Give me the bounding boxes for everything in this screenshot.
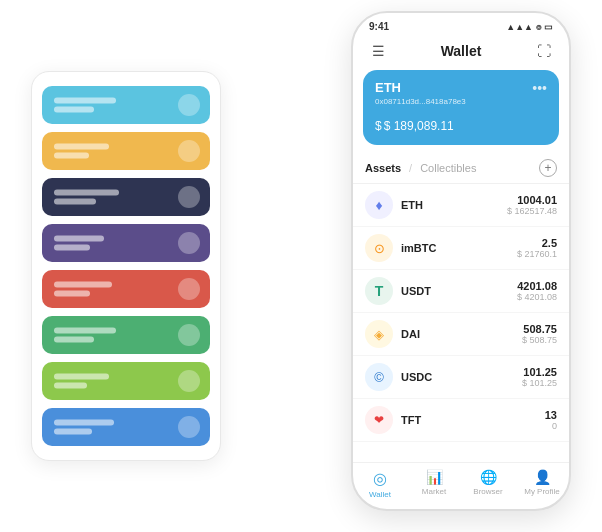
eth-card-address: 0x08711d3d...8418a78e3 [375,97,547,106]
currency-symbol: $ [375,119,382,133]
wallet-nav-label: Wallet [369,490,391,499]
tab-group: Assets / Collectibles [365,162,476,174]
card-icon [178,324,200,346]
scene: 9:41 ▲▲▲ ⌾ ▭ ☰ Wallet ⛶ ••• ETH 0x08711d… [21,11,581,521]
dai-amount: 508.75 [522,323,557,335]
asset-name-dai: DAI [401,328,522,340]
tft-icon: ❤ [365,406,393,434]
asset-name-usdc: USDC [401,371,522,383]
dai-icon: ◈ [365,320,393,348]
asset-row-imbtc[interactable]: ⊙ imBTC 2.5 $ 21760.1 [353,227,569,270]
card-line [54,429,92,435]
card-line [54,282,112,288]
card-line [54,190,119,196]
profile-nav-icon: 👤 [534,469,551,485]
browser-nav-icon: 🌐 [480,469,497,485]
battery-icon: ▭ [544,22,553,32]
nav-profile[interactable]: 👤 My Profile [515,469,569,499]
card-item-3[interactable] [42,178,210,216]
nav-market[interactable]: 📊 Market [407,469,461,499]
menu-icon[interactable]: ☰ [367,40,389,62]
eth-icon: ♦ [365,191,393,219]
signal-icon: ▲▲▲ [506,22,533,32]
dai-usd: $ 508.75 [522,335,557,345]
status-time: 9:41 [369,21,389,32]
eth-card[interactable]: ••• ETH 0x08711d3d...8418a78e3 $$ 189,08… [363,70,559,145]
card-item-7[interactable] [42,362,210,400]
card-item-8[interactable] [42,408,210,446]
card-icon [178,186,200,208]
card-item-5[interactable] [42,270,210,308]
asset-row-usdt[interactable]: T USDT 4201.08 $ 4201.08 [353,270,569,313]
add-asset-button[interactable]: + [539,159,557,177]
eth-usd: $ 162517.48 [507,206,557,216]
card-line [54,153,89,159]
asset-row-dai[interactable]: ◈ DAI 508.75 $ 508.75 [353,313,569,356]
assets-tabs: Assets / Collectibles + [353,155,569,184]
asset-name-usdt: USDT [401,285,517,297]
card-item-2[interactable] [42,132,210,170]
card-line [54,374,109,380]
asset-row-tft[interactable]: ❤ TFT 13 0 [353,399,569,442]
card-line [54,245,90,251]
wifi-icon: ⌾ [536,22,541,32]
card-line [54,236,104,242]
usdt-icon: T [365,277,393,305]
imbtc-icon: ⊙ [365,234,393,262]
usdt-amount: 4201.08 [517,280,557,292]
asset-amounts-usdt: 4201.08 $ 4201.08 [517,280,557,302]
card-icon [178,370,200,392]
card-item-6[interactable] [42,316,210,354]
usdc-icon: © [365,363,393,391]
market-nav-icon: 📊 [426,469,443,485]
card-icon [178,140,200,162]
card-line [54,328,116,334]
card-icon [178,278,200,300]
nav-wallet[interactable]: ◎ Wallet [353,469,407,499]
imbtc-usd: $ 21760.1 [517,249,557,259]
phone-header: ☰ Wallet ⛶ [353,36,569,70]
asset-amounts-tft: 13 0 [545,409,557,431]
asset-amounts-usdc: 101.25 $ 101.25 [522,366,557,388]
usdt-usd: $ 4201.08 [517,292,557,302]
tab-assets[interactable]: Assets [365,162,401,174]
asset-name-tft: TFT [401,414,545,426]
asset-list: ♦ ETH 1004.01 $ 162517.48 ⊙ imBTC 2.5 $ … [353,184,569,462]
card-item-4[interactable] [42,224,210,262]
profile-nav-label: My Profile [524,487,560,496]
status-icons: ▲▲▲ ⌾ ▭ [506,22,553,32]
asset-amounts-dai: 508.75 $ 508.75 [522,323,557,345]
card-icon [178,94,200,116]
card-line [54,107,94,113]
imbtc-amount: 2.5 [517,237,557,249]
expand-icon[interactable]: ⛶ [533,40,555,62]
card-item-1[interactable] [42,86,210,124]
card-line [54,337,94,343]
card-stack [31,71,221,461]
card-line [54,144,109,150]
asset-amounts-imbtc: 2.5 $ 21760.1 [517,237,557,259]
card-line [54,291,90,297]
more-options-icon[interactable]: ••• [532,80,547,96]
card-line [54,98,116,104]
asset-row-usdc[interactable]: © USDC 101.25 $ 101.25 [353,356,569,399]
phone-mockup: 9:41 ▲▲▲ ⌾ ▭ ☰ Wallet ⛶ ••• ETH 0x08711d… [351,11,571,511]
wallet-nav-icon: ◎ [373,469,387,488]
eth-card-title: ETH [375,80,547,95]
card-line [54,383,87,389]
market-nav-label: Market [422,487,446,496]
card-line [54,199,96,205]
asset-name-imbtc: imBTC [401,242,517,254]
browser-nav-label: Browser [473,487,502,496]
usdc-amount: 101.25 [522,366,557,378]
tft-usd: 0 [545,421,557,431]
eth-card-amount: $$ 189,089.11 [375,112,547,135]
usdc-usd: $ 101.25 [522,378,557,388]
eth-amount: 1004.01 [507,194,557,206]
asset-name-eth: ETH [401,199,507,211]
nav-browser[interactable]: 🌐 Browser [461,469,515,499]
tab-collectibles[interactable]: Collectibles [420,162,476,174]
card-icon [178,232,200,254]
status-bar: 9:41 ▲▲▲ ⌾ ▭ [353,13,569,36]
asset-row-eth[interactable]: ♦ ETH 1004.01 $ 162517.48 [353,184,569,227]
